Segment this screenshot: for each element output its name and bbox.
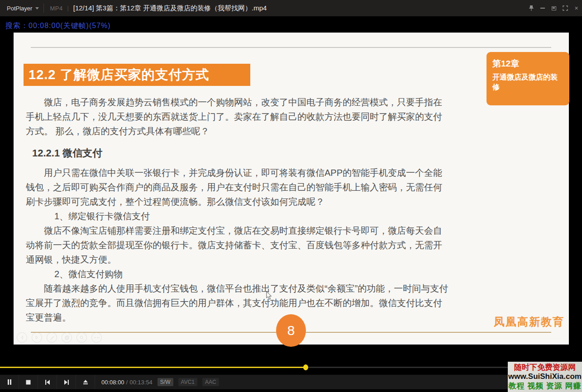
- watermark-line-1: 随时下免费资源网: [514, 363, 576, 372]
- video-frame-slide: 12.2 了解微店买家的支付方式 第12章 开通微店及微店的装修 微店，电子商务…: [14, 33, 569, 345]
- dashes-icon: [94, 337, 100, 339]
- close-button[interactable]: ×: [571, 0, 582, 16]
- restore-button[interactable]: [548, 0, 559, 16]
- mouse-cursor: [266, 291, 272, 300]
- reader-toolbar: [17, 332, 102, 343]
- window-titlebar: PotPlayer MP4 | [12/14] 第3篇：第12章 开通微店及微店…: [0, 0, 582, 16]
- section-heading: 12.2.1 微信支付: [32, 146, 449, 161]
- audio-codec-badge: AAC: [202, 378, 219, 386]
- zoom-button[interactable]: [76, 332, 87, 343]
- stop-button[interactable]: [19, 375, 38, 389]
- pin-icon: [529, 5, 534, 11]
- watermark-url: www.SuiShiXia.com: [508, 372, 582, 381]
- app-name: PotPlayer: [7, 5, 32, 12]
- copy-button[interactable]: [62, 332, 72, 343]
- paragraph-3: 微店不像淘宝店铺那样需要注册和绑定支付宝，微店在交易时直接绑定银行卡号即可，微店…: [26, 223, 449, 267]
- titlebar-pipe: |: [67, 5, 73, 11]
- fullscreen-icon: [563, 5, 568, 11]
- list-item-1: 1、绑定银行卡微信支付: [26, 209, 449, 223]
- pen-icon: [50, 335, 54, 340]
- seek-osd-text: 搜索：00:08:00(关键帧)(57%): [5, 21, 111, 31]
- more-tools-button[interactable]: [91, 332, 102, 343]
- annotate-button[interactable]: [47, 332, 57, 343]
- fullscreen-button[interactable]: [559, 0, 571, 16]
- publisher-logo-text: 凤凰高新教育: [494, 315, 564, 329]
- time-display: 00:08:00 / 00:13:54 S/W AVC1 AAC: [95, 375, 219, 389]
- triangle-left-icon: [20, 335, 24, 340]
- close-icon: ×: [574, 5, 578, 12]
- paragraph-4: 随着越来越多的人使用手机支付宝钱包，微信平台也推出了支付及类似“余额宝”的功能，…: [26, 281, 449, 325]
- decoder-badge: S/W: [157, 378, 173, 386]
- paragraph-1: 微店，电子商务发展趋势云销售模式的一个购物网站，改变了中国电子商务的经营模式，只…: [26, 95, 449, 138]
- prev-page-button[interactable]: [17, 332, 27, 343]
- minimize-button[interactable]: [537, 0, 548, 16]
- stop-icon: [26, 380, 31, 385]
- minimize-icon: [540, 8, 545, 9]
- chevron-down-icon: [35, 7, 39, 9]
- eject-button[interactable]: [76, 375, 95, 389]
- chapter-badge: 第12章 开通微店及微店的装修: [487, 52, 569, 105]
- slide-title: 12.2 了解微店买家的支付方式: [24, 64, 250, 86]
- seekbar-thumb[interactable]: [303, 364, 308, 370]
- pin-button[interactable]: [525, 0, 537, 16]
- skip-forward-icon: [64, 380, 69, 385]
- eject-icon: [83, 379, 88, 385]
- chapter-title: 开通微店及微店的装修: [492, 72, 563, 93]
- chapter-number: 第12章: [492, 58, 563, 70]
- slide-top-rule: [31, 47, 551, 48]
- video-codec-badge: AVC1: [178, 378, 197, 386]
- paragraph-2: 用户只需在微信中关联一张银行卡，并完成身份认证，即可将装有微信APP的智能手机变…: [26, 165, 449, 209]
- restore-icon: [552, 6, 556, 10]
- codec-label: MP4: [44, 5, 67, 12]
- watermark: 随时下免费资源网 www.SuiShiXia.com 教程 视频 资源 网赚: [508, 362, 582, 392]
- time-separator: /: [126, 379, 128, 386]
- window-controls: ×: [525, 0, 582, 16]
- next-button[interactable]: [57, 375, 76, 389]
- player-controlbar: 00:08:00 / 00:13:54 S/W AVC1 AAC: [0, 374, 582, 389]
- total-time: 00:13:54: [129, 379, 153, 386]
- next-page-button[interactable]: [32, 332, 42, 343]
- pause-icon: [7, 379, 12, 385]
- previous-button[interactable]: [38, 375, 57, 389]
- watermark-line-3: 教程 视频 资源 网赚: [508, 382, 581, 391]
- page-number-badge: 8: [276, 314, 306, 347]
- triangle-right-icon: [35, 335, 39, 340]
- skip-back-icon: [45, 380, 50, 385]
- pause-button[interactable]: [0, 375, 19, 389]
- window-title: [12/14] 第3篇：第12章 开通微店及微店的装修（我帮找网）.mp4: [73, 4, 267, 13]
- seekbar-progress: [0, 367, 304, 368]
- list-item-2: 2、微信支付购物: [26, 267, 449, 281]
- current-time: 00:08:00: [101, 379, 124, 386]
- app-menu-button[interactable]: PotPlayer: [0, 5, 43, 12]
- copy-icon: [65, 335, 69, 340]
- slide-body: 微店，电子商务发展趋势云销售模式的一个购物网站，改变了中国电子商务的经营模式，只…: [26, 95, 449, 325]
- magnifier-icon: [80, 335, 84, 340]
